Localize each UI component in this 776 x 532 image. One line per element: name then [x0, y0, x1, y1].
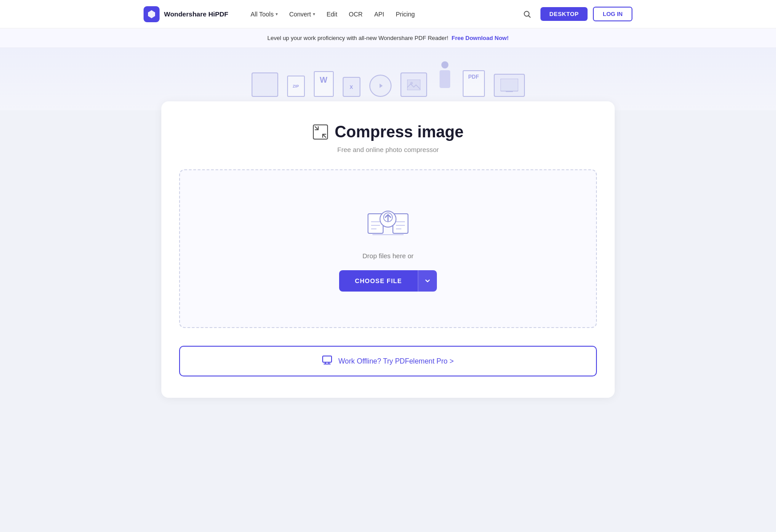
svg-rect-6	[506, 91, 513, 92]
tool-title: Compress image	[179, 123, 597, 141]
download-link[interactable]: Free Download Now!	[452, 35, 509, 41]
svg-rect-21	[323, 356, 332, 362]
drop-text: Drop files here or	[362, 252, 413, 260]
compress-icon	[312, 124, 328, 140]
svg-rect-5	[500, 79, 518, 91]
tool-subtitle: Free and online photo compressor	[179, 146, 597, 153]
logo-text: Wondershare HiPDF	[164, 10, 228, 18]
tool-title-area: Compress image Free and online photo com…	[179, 123, 597, 153]
promo-banner: Level up your work proficiency with all-…	[0, 28, 776, 48]
nav-convert[interactable]: Convert ▾	[285, 8, 320, 20]
illus-zip: ZIP	[287, 76, 305, 97]
chevron-down-icon: ▾	[313, 12, 315, 16]
choose-file-group: CHOOSE FILE	[339, 270, 437, 292]
chevron-down-icon: ▾	[276, 12, 278, 16]
illus-excel: X	[343, 77, 360, 97]
upload-icon	[366, 206, 410, 241]
navbar: Wondershare HiPDF All Tools ▾ Convert ▾ …	[0, 0, 776, 28]
logo-icon	[144, 6, 160, 22]
nav-all-tools[interactable]: All Tools ▾	[246, 8, 282, 20]
illus-monitor	[494, 74, 525, 97]
svg-marker-2	[380, 84, 383, 88]
offline-banner[interactable]: Work Offline? Try PDFelement Pro >	[179, 346, 597, 376]
monitor-icon	[322, 356, 332, 367]
illus-person	[436, 61, 454, 97]
search-icon[interactable]	[519, 6, 535, 22]
nav-pricing[interactable]: Pricing	[392, 8, 420, 20]
hero-illustration: ZIP X PDF	[0, 48, 776, 110]
choose-file-dropdown-button[interactable]	[418, 270, 437, 292]
desktop-button[interactable]: DESKTOP	[540, 7, 588, 21]
main-content: Compress image Free and online photo com…	[144, 101, 632, 424]
svg-line-1	[529, 16, 531, 17]
nav-api[interactable]: API	[370, 8, 389, 20]
dropzone[interactable]: Drop files here or CHOOSE FILE	[179, 169, 597, 328]
illus-window	[252, 72, 278, 97]
login-button[interactable]: LOG IN	[593, 7, 632, 21]
svg-rect-3	[407, 80, 420, 90]
offline-text: Work Offline? Try PDFelement Pro >	[338, 357, 454, 365]
nav-edit[interactable]: Edit	[322, 8, 342, 20]
nav-links: All Tools ▾ Convert ▾ Edit OCR API Prici…	[246, 8, 505, 20]
tool-card: Compress image Free and online photo com…	[161, 101, 615, 398]
illus-circle	[369, 75, 392, 97]
logo[interactable]: Wondershare HiPDF	[144, 6, 228, 22]
page-title: Compress image	[335, 123, 464, 141]
nav-ocr[interactable]: OCR	[344, 8, 367, 20]
nav-actions: DESKTOP LOG IN	[519, 6, 632, 22]
illus-pdf: PDF	[463, 70, 485, 97]
illus-image	[400, 72, 427, 97]
svg-point-0	[524, 11, 529, 16]
choose-file-button[interactable]: CHOOSE FILE	[339, 270, 418, 292]
chevron-down-icon	[424, 278, 431, 284]
illus-doc-word	[314, 71, 334, 97]
